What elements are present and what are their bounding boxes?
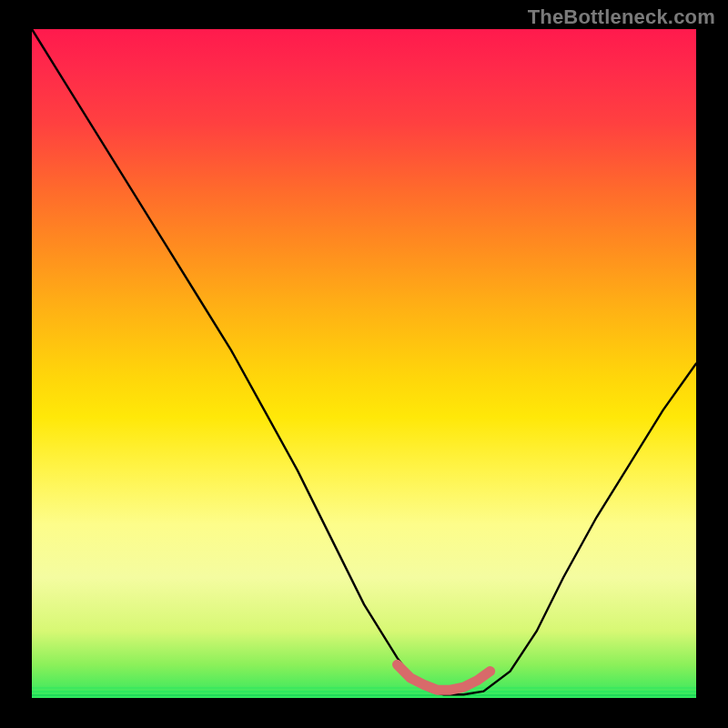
plot-area [32,29,696,698]
watermark-text: TheBottleneck.com [528,5,715,29]
optimal-range-marker [398,664,490,690]
bottleneck-curve-path [32,29,696,694]
bottleneck-curve-svg [32,29,696,698]
chart-frame: TheBottleneck.com [0,0,728,728]
